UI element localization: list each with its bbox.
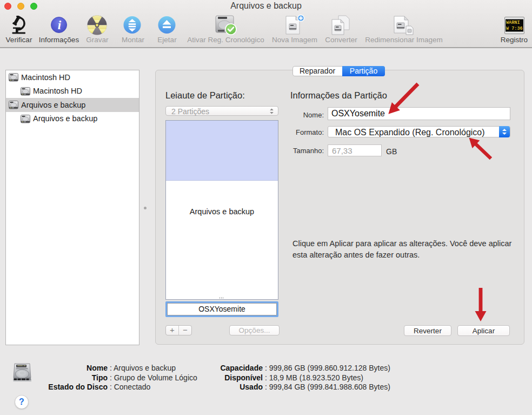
svg-text:W 7:36: W 7:36 <box>506 26 523 31</box>
svg-text:WARNI: WARNI <box>506 20 520 25</box>
svg-text:i: i <box>58 18 62 32</box>
